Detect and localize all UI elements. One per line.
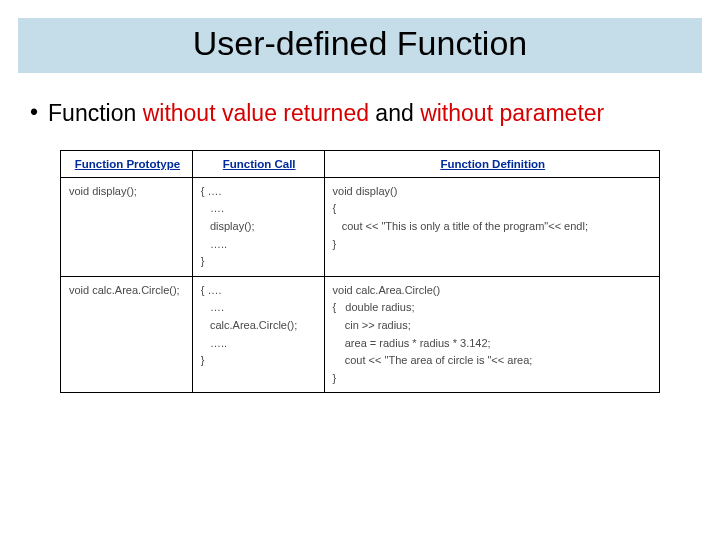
- code-call: { …. …. calc.Area.Circle(); ….. }: [201, 282, 318, 370]
- table-row: void calc.Area.Circle(); { …. …. calc.Ar…: [61, 276, 660, 393]
- header-prototype: Function Prototype: [61, 150, 193, 177]
- header-definition: Function Definition: [324, 150, 659, 177]
- code-definition: void display() { cout << "This is only a…: [333, 183, 653, 253]
- cell-call: { …. …. calc.Area.Circle(); ….. }: [192, 276, 324, 393]
- bullet-text: Function without value returned and with…: [48, 99, 604, 128]
- code-prototype: void display();: [69, 183, 186, 201]
- bullet-hl2: without parameter: [420, 100, 604, 126]
- bullet-block: • Function without value returned and wi…: [28, 99, 692, 128]
- bullet-dot-icon: •: [30, 99, 38, 126]
- function-table: Function Prototype Function Call Functio…: [60, 150, 660, 394]
- bullet-item: • Function without value returned and wi…: [28, 99, 692, 128]
- code-call: { …. …. display(); ….. }: [201, 183, 318, 271]
- bullet-pre: Function: [48, 100, 143, 126]
- table-row: void display(); { …. …. display(); ….. }…: [61, 177, 660, 276]
- header-call: Function Call: [192, 150, 324, 177]
- code-definition: void calc.Area.Circle() { double radius;…: [333, 282, 653, 388]
- slide-title: User-defined Function: [18, 24, 702, 63]
- function-table-wrap: Function Prototype Function Call Functio…: [60, 150, 660, 394]
- cell-prototype: void calc.Area.Circle();: [61, 276, 193, 393]
- bullet-mid: and: [369, 100, 420, 126]
- cell-definition: void display() { cout << "This is only a…: [324, 177, 659, 276]
- bullet-hl1: without value returned: [143, 100, 369, 126]
- code-prototype: void calc.Area.Circle();: [69, 282, 186, 300]
- cell-definition: void calc.Area.Circle() { double radius;…: [324, 276, 659, 393]
- table-header-row: Function Prototype Function Call Functio…: [61, 150, 660, 177]
- title-bar: User-defined Function: [18, 18, 702, 73]
- cell-prototype: void display();: [61, 177, 193, 276]
- cell-call: { …. …. display(); ….. }: [192, 177, 324, 276]
